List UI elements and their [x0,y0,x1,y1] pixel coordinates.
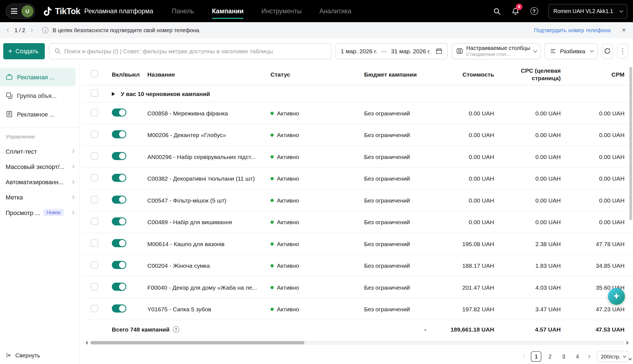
brand-logo[interactable]: TikTok Рекламная платформа [43,6,153,16]
row-checkbox[interactable] [91,174,98,181]
campaign-toggle[interactable] [112,304,126,312]
breakdown-button[interactable]: Разбивка [545,43,598,59]
custom-columns-button[interactable]: Настраиваемые столбцы Стандартные стол..… [452,43,541,59]
row-checkbox[interactable] [91,196,98,203]
scrollbar-track[interactable] [90,341,625,345]
campaign-name[interactable]: Y01675 - Сапка 5 зубов [147,306,270,312]
campaign-name[interactable]: AN00296 - Набір сервірувальних підст... [147,153,270,160]
campaign-name[interactable]: M00206 - Декантер «Глобус» [147,132,270,138]
scroll-down-icon[interactable] [628,358,632,363]
row-checkbox[interactable] [91,152,98,160]
date-range-picker[interactable]: 1 мар. 2026 г. — 31 мар. 2026 г. [336,43,448,59]
campaign-budget: Без ограничений [364,219,438,225]
col-header-budget: Бюджет кампании [364,71,438,78]
nav-analytics[interactable]: Аналитика [319,0,351,22]
hamburger-icon[interactable] [11,9,17,14]
nav-campaigns[interactable]: Кампании [212,0,244,22]
menu-avatar-group[interactable]: U [6,3,35,19]
campaign-status: Активно [271,175,364,182]
search-filter-box[interactable] [49,43,331,59]
campaign-status: Активно [271,306,364,312]
avatar[interactable]: U [21,5,34,17]
campaign-name[interactable]: C00382 - Декоративні тюльпани (11 шт) [147,175,270,182]
row-checkbox[interactable] [91,305,98,312]
campaign-name[interactable]: C00204 - Жіноча сумка [147,262,270,269]
scrollbar-thumb[interactable] [91,341,304,345]
divider [0,127,79,128]
campaign-toggle[interactable] [112,196,126,204]
page-button-4[interactable]: 4 [572,351,583,362]
campaign-toggle[interactable] [112,261,126,269]
campaign-toggle[interactable] [112,152,126,160]
page-prev-icon[interactable] [522,354,528,359]
banner-next-icon[interactable] [29,29,33,32]
page-button-2[interactable]: 2 [545,351,555,362]
campaign-toggle[interactable] [112,217,126,225]
status-label: Активно [277,284,299,290]
confirm-phone-link[interactable]: Подтвердить номер телефона [534,27,611,33]
col-header-cost[interactable]: Стоимость [437,71,494,78]
help-icon[interactable]: ? [530,7,539,16]
sidebar-item-view[interactable]: Просмотр ... Новое [0,205,79,220]
sidebar-item-campaign[interactable]: Рекламная ... [0,68,76,86]
account-switcher[interactable]: Romen UAH VL2 Akk1.1 [548,4,627,18]
campaign-cost: 0.00 UAH [437,132,494,138]
scroll-left-icon[interactable] [84,341,88,345]
banner-prev-icon[interactable] [7,29,10,32]
search-icon[interactable] [492,7,501,16]
campaign-toggle[interactable] [112,174,126,182]
page-button-1[interactable]: 1 [531,351,542,362]
nav-tools[interactable]: Инструменты [261,0,302,22]
sidebar-item-ad[interactable]: Рекламное ... [0,105,76,123]
row-checkbox[interactable] [91,239,98,247]
expand-triangle-icon[interactable] [112,92,115,96]
sidebar-item-adgroup[interactable]: Группа объя... [0,86,76,105]
status-label: Активно [277,175,299,182]
sidebar-item-split-test[interactable]: Сплит-тест [0,143,79,159]
sidebar-item-automated[interactable]: Автоматизированн... [0,174,79,189]
select-all-checkbox[interactable] [91,70,98,77]
table-footer-row: Всего 748 кампаний ? - 189,661.18 UAH 4.… [83,320,633,339]
campaign-name[interactable]: M00614 - Кашпо для вазонів [147,241,270,247]
campaign-status: Активно [271,132,364,138]
campaign-name[interactable]: F00040 - Декор для дому «Жаба на ле... [147,284,270,290]
notice-banner: 1 / 2 i В целях безопасности подтвердите… [0,22,633,38]
notifications-bell-icon[interactable]: 6 [511,7,520,16]
campaign-name[interactable]: C00547 - Фільтр-мішок (5 шт) [147,197,270,203]
search-input[interactable] [64,48,326,54]
col-header-cpm[interactable]: CPM [561,71,625,78]
campaign-row: Y01675 - Сапка 5 зубов Активно Без огран… [83,299,633,320]
row-checkbox[interactable] [91,109,98,116]
campaign-toggle[interactable] [112,130,126,138]
sidebar-item-label: Метка [6,194,23,201]
collapse-sidebar-button[interactable]: Свернуть [6,352,40,358]
campaign-name[interactable]: C00858 - Мереживна фіранка [147,110,270,116]
sidebar-item-bulk-export[interactable]: Массовый экспорт/... [0,159,79,174]
drafts-checkbox[interactable] [91,90,98,97]
status-label: Активно [277,262,299,269]
page-size-select[interactable]: 200/стр. [597,351,629,362]
sidebar-item-label: Сплит-тест [6,148,37,155]
refresh-button[interactable] [602,43,613,59]
question-circle-icon[interactable]: ? [173,326,179,333]
create-button[interactable]: + Создать [3,43,45,59]
sidebar-item-label-tag[interactable]: Метка [0,189,79,205]
page-button-3[interactable]: 3 [559,351,569,362]
vertical-scrollbar-thumb[interactable] [629,67,632,220]
campaign-toggle[interactable] [112,239,126,247]
row-checkbox[interactable] [91,131,98,138]
row-checkbox[interactable] [91,261,98,269]
campaign-toggle[interactable] [112,108,126,117]
campaign-name[interactable]: C00489 - Набір для вишивання [147,219,270,225]
more-button[interactable]: ⋮ [617,43,628,59]
assistant-logo-icon[interactable] [608,288,625,305]
page-next-icon[interactable] [586,354,591,359]
col-header-cpc[interactable]: CPC (целевая страница) [494,67,561,82]
row-checkbox[interactable] [91,283,98,290]
scroll-right-icon[interactable] [627,341,631,345]
campaign-toggle[interactable] [112,283,126,291]
drafts-row: У вас 10 черновиков кампаний [83,85,633,102]
nav-dashboard[interactable]: Панель [172,0,194,22]
row-checkbox[interactable] [91,218,98,225]
close-icon[interactable]: × [622,27,626,33]
